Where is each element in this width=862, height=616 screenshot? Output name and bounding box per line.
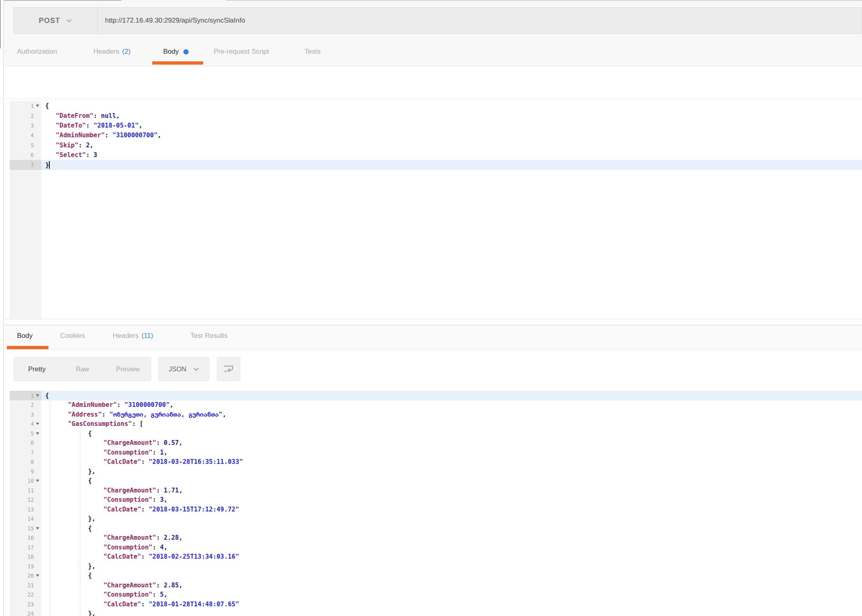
fold-arrow-icon[interactable] [34, 527, 41, 530]
code-text-area[interactable]: "CalcDate": "2018-02-25T13:34:03.16" [41, 552, 862, 562]
code-line[interactable]: 4"GasConsumptions": [ [10, 419, 862, 429]
code-text-area[interactable]: "ChargeAmount": 0.57, [41, 438, 862, 448]
code-line[interactable]: 7"Consumption": 1, [10, 448, 862, 457]
code-line[interactable]: 5"Skip": 2, [10, 140, 862, 150]
code-line[interactable]: 3"Address": "ოზურგეთი, გურიანთა, გურიანთ… [10, 410, 862, 419]
url-input[interactable]: http://172.16.49.30:2929/api/Sync/syncSl… [98, 8, 862, 34]
code-text-area[interactable]: { [41, 571, 862, 581]
code-line[interactable]: 4"AdminNumber": "3100000700", [10, 130, 862, 140]
method-label: POST [39, 17, 60, 25]
fold-arrow-icon[interactable] [34, 432, 41, 435]
code-text-area[interactable]: }, [41, 609, 862, 616]
request-tabs: Authorization Headers(2) Body Pre-reques… [4, 40, 862, 66]
line-number: 10 [27, 478, 34, 484]
code-text-area[interactable]: "DateTo": "2018-05-01", [41, 121, 862, 130]
indent-guide [80, 580, 80, 590]
fold-arrow-icon[interactable] [34, 394, 41, 397]
code-text-area[interactable]: "Address": "ოზურგეთი, გურიანთა, გურიანთა… [41, 410, 862, 419]
headers-count-badge: (2) [122, 48, 130, 56]
code-line[interactable]: 14}, [10, 514, 862, 524]
code-text-area[interactable]: "CalcDate": "2018-03-15T17:12:49.72" [41, 505, 862, 514]
code-line[interactable]: 11"ChargeAmount": 1.71, [10, 486, 862, 495]
code-line[interactable]: 15{ [10, 524, 862, 533]
tab-headers[interactable]: Headers(2) [93, 40, 130, 63]
request-body-editor[interactable]: 1{2"DateFrom": null,3"DateTo": "2018-05-… [4, 99, 862, 319]
code-line-text: { [41, 430, 92, 437]
code-line[interactable]: 3"DateTo": "2018-05-01", [10, 121, 862, 130]
code-text-area[interactable]: { [41, 476, 862, 486]
code-text-area[interactable]: { [41, 391, 862, 400]
view-raw-button[interactable]: Raw [60, 357, 105, 381]
code-text-area[interactable]: } [41, 160, 862, 170]
code-text-area[interactable]: "ChargeAmount": 1.71, [41, 486, 862, 495]
code-text-area[interactable]: "Consumption": 3, [41, 495, 862, 505]
method-dropdown[interactable]: POST [14, 8, 98, 34]
code-text-area[interactable]: }, [41, 562, 862, 571]
tab-response-headers[interactable]: Headers(11) [113, 325, 153, 346]
tab-pre-request-script[interactable]: Pre-request Script [214, 40, 269, 63]
code-text-area[interactable]: "ChargeAmount": 2.85, [41, 580, 862, 590]
code-text-area[interactable]: { [41, 101, 862, 111]
code-text-area[interactable]: }, [41, 467, 862, 476]
code-line[interactable]: 1{ [10, 101, 862, 111]
code-text-area[interactable]: "GasConsumptions": [ [41, 419, 862, 429]
code-line[interactable]: 10{ [10, 476, 862, 486]
code-line[interactable]: 24}, [10, 609, 862, 616]
view-pretty-button[interactable]: Pretty [14, 357, 60, 381]
tab-cookies[interactable]: Cookies [60, 325, 85, 346]
fold-arrow-icon[interactable] [34, 105, 41, 107]
tab-response-body[interactable]: Body [17, 325, 33, 346]
code-text-area[interactable]: "Consumption": 1, [41, 448, 862, 457]
code-line[interactable]: 19}, [10, 562, 862, 571]
code-text-area[interactable]: "AdminNumber": "3100000700", [41, 130, 862, 140]
code-text-area[interactable]: "ChargeAmount": 2.28, [41, 533, 862, 543]
format-dropdown[interactable]: JSON [158, 357, 209, 381]
fold-arrow-icon[interactable] [34, 574, 41, 577]
indent-guide [80, 448, 80, 457]
code-line[interactable]: 13"CalcDate": "2018-03-15T17:12:49.72" [10, 505, 862, 514]
tab-test-results[interactable]: Test Results [190, 325, 228, 346]
code-text-area[interactable]: "Select": 3 [41, 150, 862, 160]
view-preview-button[interactable]: Preview [105, 357, 151, 381]
code-text-area[interactable]: "Skip": 2, [41, 140, 862, 150]
code-line[interactable]: 6"ChargeAmount": 0.57, [10, 438, 862, 448]
code-line[interactable]: 20{ [10, 571, 862, 581]
tab-label: Headers [113, 332, 139, 340]
code-line[interactable]: 1{ [10, 391, 862, 400]
token: "DateTo" [56, 122, 86, 129]
code-line[interactable]: 18"CalcDate": "2018-02-25T13:34:03.16" [10, 552, 862, 562]
code-text-area[interactable]: "CalcDate": "2018-03-28T16:35:11.033" [41, 457, 862, 467]
fold-arrow-icon[interactable] [34, 480, 41, 482]
code-text-area[interactable]: { [41, 524, 862, 533]
code-line[interactable]: 5{ [10, 429, 862, 438]
code-line[interactable]: 9}, [10, 467, 862, 476]
gutter-cell: 22 [10, 590, 41, 600]
code-line[interactable]: 22"Consumption": 5, [10, 590, 862, 600]
code-text-area[interactable]: "AdminNumber": "3100000700", [41, 400, 862, 410]
code-text-area[interactable]: { [41, 429, 862, 438]
tab-tests[interactable]: Tests [305, 40, 321, 63]
code-line-text: { [41, 572, 92, 579]
code-line[interactable]: 23"CalcDate": "2018-01-28T14:48:07.65" [10, 599, 862, 609]
code-text-area[interactable]: }, [41, 514, 862, 524]
code-line[interactable]: 2"DateFrom": null, [10, 111, 862, 120]
indent-guide [49, 599, 50, 609]
code-line[interactable]: 21"ChargeAmount": 2.85, [10, 580, 862, 590]
code-line[interactable]: 8"CalcDate": "2018-03-28T16:35:11.033" [10, 457, 862, 467]
code-line[interactable]: 7} [10, 160, 862, 170]
response-body-editor[interactable]: 1{2"AdminNumber": "3100000700",3"Address… [4, 390, 862, 616]
code-line[interactable]: 6"Select": 3 [10, 150, 862, 160]
code-text-area[interactable]: "Consumption": 5, [41, 590, 862, 600]
indent-guide [80, 609, 80, 616]
tab-authorization[interactable]: Authorization [17, 40, 57, 63]
code-line[interactable]: 12"Consumption": 3, [10, 495, 862, 505]
code-text-area[interactable]: "Consumption": 4, [41, 543, 862, 552]
code-line[interactable]: 16"ChargeAmount": 2.28, [10, 533, 862, 543]
wrap-text-button[interactable] [217, 357, 240, 381]
code-line[interactable]: 2"AdminNumber": "3100000700", [10, 400, 862, 410]
code-line[interactable]: 17"Consumption": 4, [10, 543, 862, 552]
tab-body[interactable]: Body [163, 40, 189, 63]
fold-arrow-icon[interactable] [34, 423, 41, 425]
code-text-area[interactable]: "CalcDate": "2018-01-28T14:48:07.65" [41, 599, 862, 609]
code-text-area[interactable]: "DateFrom": null, [41, 111, 862, 120]
